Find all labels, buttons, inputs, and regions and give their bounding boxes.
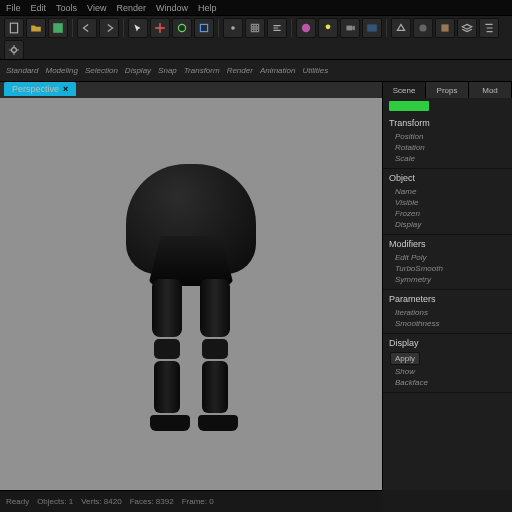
menu-edit[interactable]: Edit xyxy=(31,3,47,13)
section-header[interactable]: Parameters xyxy=(389,294,506,304)
redo-icon[interactable] xyxy=(99,18,119,38)
new-icon[interactable] xyxy=(4,18,24,38)
viewport-tab[interactable]: Perspective × xyxy=(4,82,76,96)
shaded-icon[interactable] xyxy=(413,18,433,38)
menu-window[interactable]: Window xyxy=(156,3,188,13)
property-row[interactable]: Iterations xyxy=(389,307,506,318)
property-row[interactable]: Display xyxy=(389,219,506,230)
viewport-container: Perspective × xyxy=(0,82,382,490)
svg-point-9 xyxy=(419,24,426,31)
menubar: File Edit Tools View Render Window Help xyxy=(0,0,512,16)
close-icon[interactable]: × xyxy=(63,84,68,94)
section-header[interactable]: Object xyxy=(389,173,506,183)
separator xyxy=(72,19,73,37)
status-faces: Faces: 8392 xyxy=(130,497,174,506)
grid-icon[interactable] xyxy=(245,18,265,38)
toolbar-label: Snap xyxy=(158,66,177,75)
properties-icon[interactable] xyxy=(4,40,24,60)
textured-icon[interactable] xyxy=(435,18,455,38)
property-row[interactable]: Smoothness xyxy=(389,318,506,329)
model-preview[interactable] xyxy=(106,164,276,464)
menu-help[interactable]: Help xyxy=(198,3,217,13)
section-display: Display Apply Show Backface xyxy=(383,334,512,393)
property-row[interactable]: Name xyxy=(389,186,506,197)
section-header[interactable]: Modifiers xyxy=(389,239,506,249)
wireframe-icon[interactable] xyxy=(391,18,411,38)
svg-point-5 xyxy=(302,24,310,32)
section-object: Object Name Visible Frozen Display xyxy=(383,169,512,235)
status-frame: Frame: 0 xyxy=(182,497,214,506)
separator xyxy=(123,19,124,37)
toolbar-label: Standard xyxy=(6,66,38,75)
menu-view[interactable]: View xyxy=(87,3,106,13)
render-icon[interactable] xyxy=(362,18,382,38)
section-modifiers: Modifiers Edit Poly TurboSmooth Symmetry xyxy=(383,235,512,290)
svg-point-2 xyxy=(178,24,185,31)
camera-icon[interactable] xyxy=(340,18,360,38)
select-icon[interactable] xyxy=(128,18,148,38)
property-row[interactable]: Scale xyxy=(389,153,506,164)
viewport-tab-label: Perspective xyxy=(12,84,59,94)
status-bar: Ready Objects: 1 Verts: 8420 Faces: 8392… xyxy=(0,490,382,512)
property-row[interactable]: Visible xyxy=(389,197,506,208)
svg-rect-8 xyxy=(367,24,377,31)
separator xyxy=(386,19,387,37)
section-parameters: Parameters Iterations Smoothness xyxy=(383,290,512,334)
viewport-3d[interactable] xyxy=(0,98,382,490)
status-objects: Objects: 1 xyxy=(37,497,73,506)
svg-rect-1 xyxy=(53,23,63,33)
tab-props[interactable]: Props xyxy=(426,82,469,98)
property-row[interactable]: Show xyxy=(389,366,506,377)
status-verts: Verts: 8420 xyxy=(81,497,121,506)
accent-indicator xyxy=(389,101,429,111)
secondary-toolbar: Standard Modeling Selection Display Snap… xyxy=(0,60,512,82)
section-header[interactable]: Display xyxy=(389,338,506,348)
align-icon[interactable] xyxy=(267,18,287,38)
toolbar-label: Utilities xyxy=(302,66,328,75)
open-icon[interactable] xyxy=(26,18,46,38)
rotate-icon[interactable] xyxy=(172,18,192,38)
svg-point-11 xyxy=(12,48,17,53)
panel-tabs: Scene Props Mod xyxy=(383,82,512,98)
property-row[interactable]: TurboSmooth xyxy=(389,263,506,274)
layers-icon[interactable] xyxy=(457,18,477,38)
menu-tools[interactable]: Tools xyxy=(56,3,77,13)
toolbar-label: Selection xyxy=(85,66,118,75)
menu-file[interactable]: File xyxy=(6,3,21,13)
snap-icon[interactable] xyxy=(223,18,243,38)
svg-rect-3 xyxy=(200,24,207,31)
svg-rect-7 xyxy=(346,26,352,31)
property-row[interactable]: Symmetry xyxy=(389,274,506,285)
property-row[interactable]: Frozen xyxy=(389,208,506,219)
menu-render[interactable]: Render xyxy=(116,3,146,13)
svg-point-4 xyxy=(231,26,235,30)
light-icon[interactable] xyxy=(318,18,338,38)
toolbar-label: Transform xyxy=(184,66,220,75)
undo-icon[interactable] xyxy=(77,18,97,38)
side-panel: Scene Props Mod Transform Position Rotat… xyxy=(382,82,512,490)
section-header[interactable]: Transform xyxy=(389,118,506,128)
property-row[interactable]: Edit Poly xyxy=(389,252,506,263)
scale-icon[interactable] xyxy=(194,18,214,38)
toolbar-label: Render xyxy=(227,66,253,75)
apply-button[interactable]: Apply xyxy=(390,352,420,365)
property-row[interactable]: Rotation xyxy=(389,142,506,153)
svg-point-6 xyxy=(326,24,331,29)
tab-mod[interactable]: Mod xyxy=(469,82,512,98)
svg-rect-0 xyxy=(10,23,17,33)
property-row[interactable]: Position xyxy=(389,131,506,142)
save-icon[interactable] xyxy=(48,18,68,38)
model-leg-right xyxy=(198,279,232,429)
status-ready: Ready xyxy=(6,497,29,506)
toolbar-label: Display xyxy=(125,66,151,75)
model-leg-left xyxy=(150,279,184,429)
tab-scene[interactable]: Scene xyxy=(383,82,426,98)
svg-rect-10 xyxy=(441,24,448,31)
toolbar-label: Animation xyxy=(260,66,296,75)
material-icon[interactable] xyxy=(296,18,316,38)
outliner-icon[interactable] xyxy=(479,18,499,38)
property-row[interactable]: Backface xyxy=(389,377,506,388)
main-toolbar xyxy=(0,16,512,60)
separator xyxy=(218,19,219,37)
move-icon[interactable] xyxy=(150,18,170,38)
